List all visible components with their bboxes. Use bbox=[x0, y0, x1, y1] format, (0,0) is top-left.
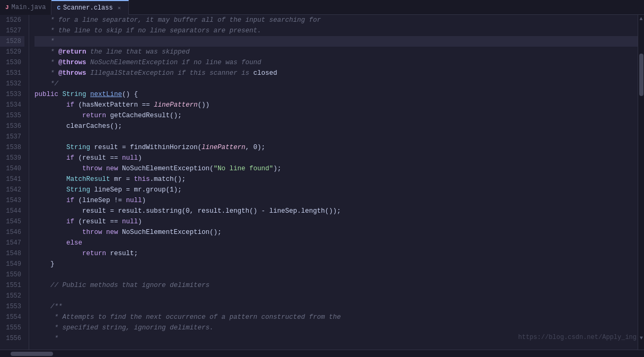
scrollbar-v-thumb[interactable] bbox=[639, 54, 643, 96]
class-file-icon: C bbox=[57, 5, 60, 11]
code-content[interactable]: * for a line separator, it may buffer al… bbox=[29, 15, 638, 350]
line-number: 1535 bbox=[0, 110, 24, 121]
code-container: 1526152715281529153015311532153315341535… bbox=[0, 15, 644, 350]
line-number: 1551 bbox=[0, 280, 24, 291]
line-number: 1538 bbox=[0, 142, 24, 153]
line-number: 1541 bbox=[0, 174, 24, 185]
line-number: 1536 bbox=[0, 121, 24, 132]
code-line bbox=[34, 132, 638, 142]
code-line: String lineSep = mr.group(1); bbox=[34, 185, 638, 195]
scrollbar-corner bbox=[638, 350, 644, 358]
line-number: 1531 bbox=[0, 68, 24, 79]
line-number: 1550 bbox=[0, 269, 24, 280]
line-number: 1546 bbox=[0, 227, 24, 238]
code-line: // Public methods that ignore delimiters bbox=[34, 280, 638, 291]
code-line: * @throws NoSuchElementException if no l… bbox=[34, 57, 638, 68]
code-line: if (result == null) bbox=[34, 216, 638, 227]
line-number: 1530 bbox=[0, 57, 24, 68]
line-number: 1543 bbox=[0, 195, 24, 206]
line-number: 1542 bbox=[0, 185, 24, 195]
tab-label-scanner-class: Scanner.class bbox=[63, 4, 113, 12]
code-line: public String nextLine() { bbox=[34, 89, 638, 100]
code-line: * for a line separator, it may buffer al… bbox=[34, 15, 638, 25]
code-line bbox=[34, 291, 638, 301]
tab-close-icon[interactable]: ✕ bbox=[116, 4, 123, 12]
code-line: * bbox=[34, 36, 638, 47]
line-number: 1527 bbox=[0, 25, 24, 36]
code-line: throw new NoSuchElementException("No lin… bbox=[34, 163, 638, 174]
line-number: 1549 bbox=[0, 259, 24, 269]
line-number: 1552 bbox=[0, 291, 24, 301]
scrollbar-h-container bbox=[0, 350, 644, 357]
code-line: String result = findWithinHorizon(linePa… bbox=[34, 142, 638, 153]
code-line: throw new NoSuchElementException(); bbox=[34, 227, 638, 238]
line-number: 1555 bbox=[0, 323, 24, 333]
line-number: 1534 bbox=[0, 100, 24, 110]
code-line: result = result.substring(0, result.leng… bbox=[34, 206, 638, 216]
line-number: 1533 bbox=[0, 89, 24, 100]
code-line: return getCachedResult(); bbox=[34, 110, 638, 121]
tab-main-java[interactable]: J Main.java bbox=[0, 0, 51, 15]
line-number: 1547 bbox=[0, 238, 24, 248]
code-line: * Attempts to find the next occurrence o… bbox=[34, 312, 638, 323]
line-number: 1539 bbox=[0, 153, 24, 163]
line-number: 1537 bbox=[0, 132, 24, 142]
code-line: */ bbox=[34, 79, 638, 89]
scroll-up-arrow[interactable]: ▲ bbox=[639, 16, 642, 22]
vertical-scrollbar[interactable]: ▲ ▼ bbox=[638, 15, 644, 350]
code-line: } bbox=[34, 259, 638, 269]
line-number: 1545 bbox=[0, 216, 24, 227]
code-line: if (hasNextPattern == linePattern()) bbox=[34, 100, 638, 110]
scrollbar-h-thumb[interactable] bbox=[11, 352, 53, 356]
ide-window: J Main.java C Scanner.class ✕ 1526152715… bbox=[0, 0, 644, 357]
code-line: /** bbox=[34, 301, 638, 312]
line-number: 1556 bbox=[0, 333, 24, 344]
code-line: MatchResult mr = this.match(); bbox=[34, 174, 638, 185]
code-line: if (result == null) bbox=[34, 153, 638, 163]
line-number: 1529 bbox=[0, 47, 24, 57]
line-number: 1548 bbox=[0, 248, 24, 259]
line-number: 1544 bbox=[0, 206, 24, 216]
code-line: * @throws IllegalStateException if this … bbox=[34, 68, 638, 79]
tab-label-main-java: Main.java bbox=[12, 4, 46, 11]
scroll-down-arrow[interactable]: ▼ bbox=[640, 335, 643, 341]
code-line: else bbox=[34, 238, 638, 248]
line-number: 1554 bbox=[0, 312, 24, 323]
line-number: 1528 bbox=[0, 36, 24, 47]
tab-scanner-class[interactable]: C Scanner.class ✕ bbox=[51, 0, 128, 15]
code-line: if (lineSep != null) bbox=[34, 195, 638, 206]
line-numbers: 1526152715281529153015311532153315341535… bbox=[0, 15, 29, 350]
tab-bar: J Main.java C Scanner.class ✕ bbox=[0, 0, 644, 15]
code-line: * bbox=[34, 333, 638, 344]
code-line bbox=[34, 269, 638, 280]
code-line: * specified string, ignoring delimiters. bbox=[34, 323, 638, 333]
editor-area: 1526152715281529153015311532153315341535… bbox=[0, 15, 644, 357]
line-number: 1553 bbox=[0, 301, 24, 312]
line-number: 1540 bbox=[0, 163, 24, 174]
code-line: return result; bbox=[34, 248, 638, 259]
line-number: 1526 bbox=[0, 15, 24, 25]
line-number: 1532 bbox=[0, 79, 24, 89]
code-line: * the line to skip if no line separators… bbox=[34, 25, 638, 36]
code-line: clearCaches(); bbox=[34, 121, 638, 132]
java-file-icon: J bbox=[5, 4, 9, 11]
code-line: * @return the line that was skipped bbox=[34, 47, 638, 57]
horizontal-scrollbar[interactable] bbox=[0, 350, 638, 358]
